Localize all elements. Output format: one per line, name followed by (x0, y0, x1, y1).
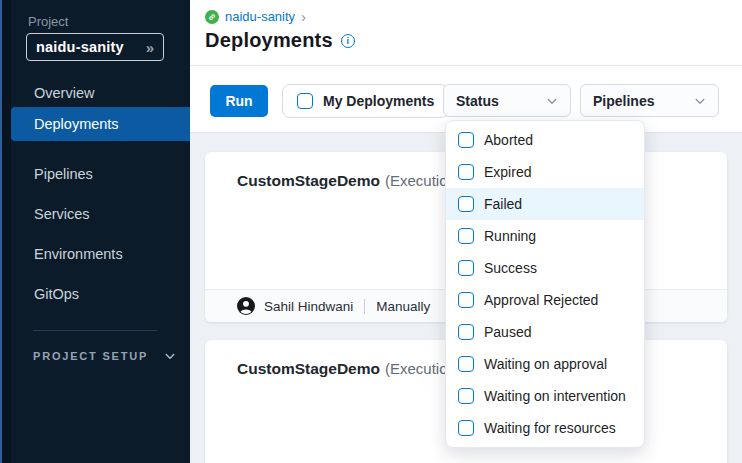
sidebar-item-pipelines[interactable]: Pipelines (0, 158, 190, 190)
menu-item-checkbox[interactable] (458, 420, 474, 436)
sidebar-item-label: GitOps (34, 286, 79, 302)
menu-item-aborted[interactable]: Aborted (446, 124, 644, 156)
page-title: Deployments (205, 29, 333, 52)
chevron-down-icon (546, 95, 558, 107)
menu-item-checkbox[interactable] (458, 228, 474, 244)
sidebar-item-label: Deployments (34, 116, 119, 132)
menu-item-approval-rejected[interactable]: Approval Rejected (446, 284, 644, 316)
title-row: Deployments i (205, 29, 355, 52)
project-label: Project (28, 14, 68, 29)
pipelines-filter-dropdown[interactable]: Pipelines (580, 84, 719, 117)
menu-item-label: Success (484, 260, 537, 276)
sidebar-divider (33, 330, 157, 331)
menu-item-label: Approval Rejected (484, 292, 598, 308)
my-deployments-checkbox[interactable] (297, 93, 313, 109)
menu-item-label: Failed (484, 196, 522, 212)
chevron-right-icon: › (301, 9, 306, 24)
sidebar-item-label: Services (34, 206, 90, 222)
pipeline-name[interactable]: CustomStageDemo (237, 172, 380, 189)
menu-item-checkbox[interactable] (458, 324, 474, 340)
info-icon[interactable]: i (341, 34, 355, 48)
menu-item-label: Waiting on intervention (484, 388, 626, 404)
status-filter-menu: Aborted Expired Failed Running Success A… (445, 120, 645, 448)
sidebar-item-label: Overview (34, 85, 94, 101)
double-chevron-right-icon[interactable]: » (146, 40, 154, 55)
menu-item-running[interactable]: Running (446, 220, 644, 252)
status-filter-label: Status (456, 93, 499, 109)
menu-item-waiting-for-resources[interactable]: Waiting for resources (446, 412, 644, 444)
project-sidebar: Project naidu-sanity » Overview Deployme… (0, 0, 190, 463)
deployment-title: CustomStageDemo(Execution Id (237, 172, 473, 190)
my-deployments-toggle[interactable]: My Deployments (282, 84, 449, 118)
menu-item-waiting-on-intervention[interactable]: Waiting on intervention (446, 380, 644, 412)
sidebar-item-overview[interactable]: Overview (0, 77, 190, 109)
breadcrumb-project-link[interactable]: naidu-sanity (225, 9, 295, 24)
menu-item-checkbox[interactable] (458, 132, 474, 148)
sidebar-item-label: Pipelines (34, 166, 93, 182)
sidebar-item-environments[interactable]: Environments (0, 238, 190, 270)
menu-item-checkbox[interactable] (458, 196, 474, 212)
run-button[interactable]: Run (210, 85, 268, 117)
menu-item-checkbox[interactable] (458, 260, 474, 276)
menu-item-label: Running (484, 228, 536, 244)
deployment-author: Sahil Hindwani (264, 299, 353, 314)
module-nav-strip (2, 0, 11, 463)
project-setup-label: PROJECT SETUP (33, 350, 148, 362)
project-selector[interactable]: naidu-sanity » (26, 33, 164, 61)
menu-item-waiting-on-approval[interactable]: Waiting on approval (446, 348, 644, 380)
menu-item-checkbox[interactable] (458, 388, 474, 404)
avatar-icon (237, 297, 255, 315)
footer-divider (364, 299, 365, 314)
sidebar-item-gitops[interactable]: GitOps (0, 278, 190, 310)
menu-item-checkbox[interactable] (458, 292, 474, 308)
project-name: naidu-sanity (36, 39, 124, 55)
project-setup-section-toggle[interactable]: PROJECT SETUP (33, 350, 176, 362)
sidebar-item-label: Environments (34, 246, 123, 262)
pipelines-filter-label: Pipelines (593, 93, 654, 109)
deployment-title: CustomStageDemo(Execution Id (237, 360, 473, 378)
menu-item-label: Waiting for resources (484, 420, 616, 436)
chevron-down-icon (694, 95, 706, 107)
page-header: ∞ naidu-sanity › Deployments i (190, 0, 742, 66)
pipeline-name[interactable]: CustomStageDemo (237, 360, 380, 377)
menu-item-checkbox[interactable] (458, 356, 474, 372)
breadcrumb: ∞ naidu-sanity › (205, 9, 306, 24)
cd-module-icon: ∞ (202, 7, 222, 27)
menu-item-success[interactable]: Success (446, 252, 644, 284)
chevron-down-icon (164, 350, 176, 362)
sidebar-item-deployments[interactable]: Deployments (11, 107, 190, 141)
menu-item-label: Waiting on approval (484, 356, 607, 372)
menu-item-checkbox[interactable] (458, 164, 474, 180)
menu-item-label: Paused (484, 324, 531, 340)
menu-item-failed[interactable]: Failed (446, 188, 644, 220)
menu-item-paused[interactable]: Paused (446, 316, 644, 348)
app-root: Project naidu-sanity » Overview Deployme… (0, 0, 742, 463)
menu-item-expired[interactable]: Expired (446, 156, 644, 188)
menu-item-label: Expired (484, 164, 531, 180)
my-deployments-label: My Deployments (323, 93, 434, 109)
menu-item-label: Aborted (484, 132, 533, 148)
status-filter-dropdown[interactable]: Status (443, 84, 571, 117)
sidebar-item-services[interactable]: Services (0, 198, 190, 230)
deployment-trigger-type: Manually (376, 299, 430, 314)
